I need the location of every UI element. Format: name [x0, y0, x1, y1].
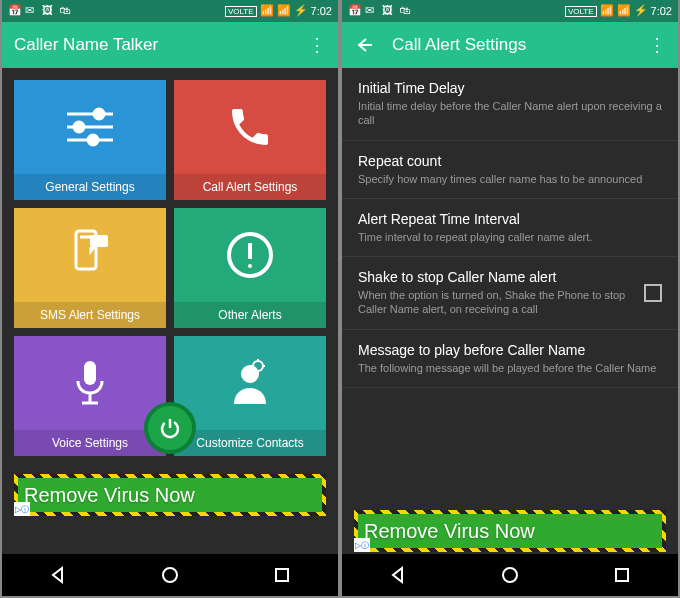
setting-alert-repeat-interval[interactable]: Alert Repeat Time Interval Time interval… — [342, 199, 678, 257]
tile-other-alerts[interactable]: Other Alerts — [174, 208, 326, 328]
setting-sub: Specify how many times caller name has t… — [358, 172, 662, 186]
back-nav-icon[interactable] — [46, 563, 70, 587]
ad-badge-icon: ▷ⓘ — [14, 502, 30, 516]
battery-icon: ⚡ — [634, 4, 648, 18]
tile-label: Other Alerts — [174, 302, 326, 328]
clock: 7:02 — [651, 5, 672, 17]
calendar-icon: 📅 — [348, 4, 362, 18]
wifi-icon: 📶 — [260, 4, 274, 18]
shop-icon: 🛍 — [59, 4, 73, 18]
svg-rect-26 — [616, 569, 628, 581]
setting-sub: When the option is turned on, Shake the … — [358, 288, 634, 317]
wifi-icon: 📶 — [600, 4, 614, 18]
tile-label: Voice Settings — [14, 430, 166, 456]
setting-sub: Initial time delay before the Caller Nam… — [358, 99, 662, 128]
status-bar: 📅 ✉ 🖼 🛍 VOLTE 📶 📶 ⚡ 7:02 — [342, 0, 678, 22]
app-title: Caller Name Talker — [14, 35, 308, 55]
nav-bar — [2, 554, 338, 596]
clock: 7:02 — [311, 5, 332, 17]
back-arrow-icon[interactable] — [354, 35, 374, 55]
ad-text: Remove Virus Now — [24, 484, 195, 507]
ad-text: Remove Virus Now — [364, 520, 535, 543]
main-content: General Settings Call Alert Settings SMS… — [2, 68, 338, 554]
setting-title: Alert Repeat Time Interval — [358, 211, 662, 227]
tile-label: General Settings — [14, 174, 166, 200]
overflow-menu-icon[interactable]: ⋮ — [308, 34, 326, 56]
svg-point-1 — [94, 109, 104, 119]
calendar-icon: 📅 — [8, 4, 22, 18]
shop-icon: 🛍 — [399, 4, 413, 18]
tile-customize-contacts[interactable]: Customize Contacts — [174, 336, 326, 456]
image-icon: 🖼 — [42, 4, 56, 18]
tile-general-settings[interactable]: General Settings — [14, 80, 166, 200]
alert-icon — [174, 208, 326, 302]
ad-banner[interactable]: ▷ⓘ Remove Virus Now — [354, 510, 666, 552]
svg-rect-8 — [90, 235, 108, 247]
phone-left: 📅 ✉ 🖼 🛍 VOLTE 📶 📶 ⚡ 7:02 Caller Name Tal… — [2, 0, 338, 596]
tile-label: Call Alert Settings — [174, 174, 326, 200]
settings-list: Initial Time Delay Initial time delay be… — [342, 68, 678, 554]
svg-rect-12 — [84, 361, 96, 385]
setting-title: Shake to stop Caller Name alert — [358, 269, 634, 285]
setting-message-before-name[interactable]: Message to play before Caller Name The f… — [342, 330, 678, 388]
app-title: Call Alert Settings — [392, 35, 648, 55]
setting-shake-to-stop[interactable]: Shake to stop Caller Name alert When the… — [342, 257, 678, 330]
tile-sms-alert-settings[interactable]: SMS Alert Settings — [14, 208, 166, 328]
setting-initial-time-delay[interactable]: Initial Time Delay Initial time delay be… — [342, 68, 678, 141]
setting-title: Repeat count — [358, 153, 662, 169]
svg-rect-24 — [276, 569, 288, 581]
svg-point-23 — [163, 568, 177, 582]
person-gear-icon — [174, 336, 326, 430]
setting-title: Message to play before Caller Name — [358, 342, 662, 358]
svg-point-15 — [241, 365, 259, 383]
phone-icon — [174, 80, 326, 174]
setting-sub: The following message will be played bef… — [358, 361, 662, 375]
signal-icon: 📶 — [277, 4, 291, 18]
image-icon: 🖼 — [382, 4, 396, 18]
signal-icon: 📶 — [617, 4, 631, 18]
app-bar: Caller Name Talker ⋮ — [2, 22, 338, 68]
phone-right: 📅 ✉ 🖼 🛍 VOLTE 📶 📶 ⚡ 7:02 Call Alert Sett… — [342, 0, 678, 596]
battery-icon: ⚡ — [294, 4, 308, 18]
mail-icon: ✉ — [365, 4, 379, 18]
recents-nav-icon[interactable] — [270, 563, 294, 587]
mail-icon: ✉ — [25, 4, 39, 18]
mic-icon — [14, 336, 166, 430]
svg-point-3 — [74, 122, 84, 132]
ad-banner[interactable]: ▷ⓘ Remove Virus Now — [14, 474, 326, 516]
back-nav-icon[interactable] — [386, 563, 410, 587]
ad-badge-icon: ▷ⓘ — [354, 538, 370, 552]
tile-call-alert-settings[interactable]: Call Alert Settings — [174, 80, 326, 200]
home-nav-icon[interactable] — [498, 563, 522, 587]
status-bar: 📅 ✉ 🖼 🛍 VOLTE 📶 📶 ⚡ 7:02 — [2, 0, 338, 22]
svg-point-11 — [248, 264, 252, 268]
svg-point-16 — [253, 361, 263, 371]
checkbox[interactable] — [644, 284, 662, 302]
overflow-menu-icon[interactable]: ⋮ — [648, 34, 666, 56]
volte-label: VOLTE — [565, 6, 597, 17]
svg-point-5 — [88, 135, 98, 145]
power-fab[interactable] — [144, 402, 196, 454]
setting-repeat-count[interactable]: Repeat count Specify how many times call… — [342, 141, 678, 199]
svg-point-25 — [503, 568, 517, 582]
home-nav-icon[interactable] — [158, 563, 182, 587]
tile-label: SMS Alert Settings — [14, 302, 166, 328]
nav-bar — [342, 554, 678, 596]
tile-label: Customize Contacts — [174, 430, 326, 456]
sliders-icon — [14, 80, 166, 174]
tile-voice-settings[interactable]: Voice Settings — [14, 336, 166, 456]
phone-sms-icon — [14, 208, 166, 302]
setting-sub: Time interval to repeat playing caller n… — [358, 230, 662, 244]
app-bar: Call Alert Settings ⋮ — [342, 22, 678, 68]
setting-title: Initial Time Delay — [358, 80, 662, 96]
volte-label: VOLTE — [225, 6, 257, 17]
recents-nav-icon[interactable] — [610, 563, 634, 587]
